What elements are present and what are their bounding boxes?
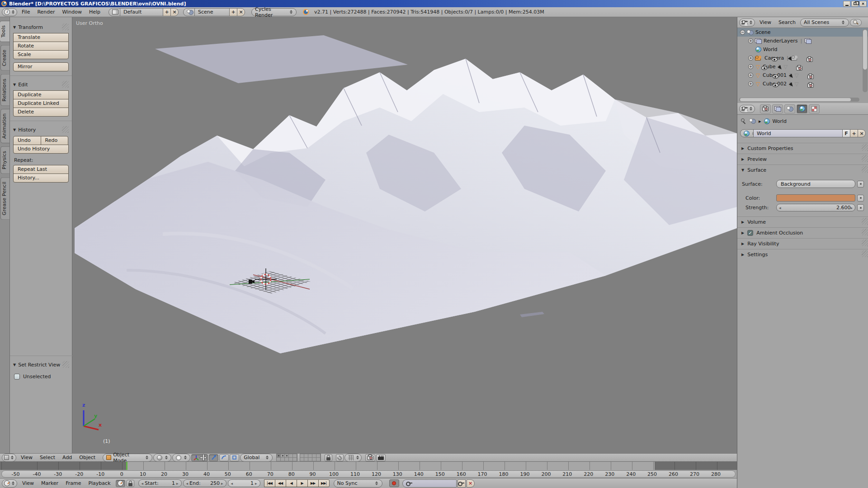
menu-item[interactable]: Object (75, 455, 99, 460)
renderability-camera-icon[interactable] (807, 75, 814, 79)
panel-drag-handle[interactable] (862, 155, 868, 162)
menu-item[interactable]: Add (59, 455, 75, 460)
delete-layout-button[interactable]: × (170, 8, 179, 16)
opengl-render-anim-button[interactable] (376, 454, 386, 461)
editor-type-button-outliner[interactable] (739, 19, 755, 27)
custom-properties-panel-header[interactable]: ▶ Custom Properties (737, 143, 868, 154)
outliner-row-renderlayers[interactable]: RenderLayers | (737, 37, 868, 45)
surface-panel-header[interactable]: ▼ Surface (737, 164, 868, 175)
lock-to-scene-toggle[interactable] (325, 454, 332, 461)
scene-name[interactable]: Scene (194, 8, 230, 16)
selectability-cursor-icon[interactable] (788, 57, 794, 62)
menu-item[interactable]: View (756, 19, 775, 25)
expand-expander-icon[interactable] (748, 64, 753, 69)
redo-button[interactable]: Redo (41, 136, 69, 145)
outliner-row-scene[interactable]: Scene (737, 28, 868, 37)
playback-button[interactable]: ▶ (297, 479, 308, 487)
keying-set-field[interactable] (402, 479, 457, 488)
tab-texture[interactable] (809, 104, 820, 113)
viewport-3d[interactable]: User Ortho z y x (1) (72, 17, 737, 453)
outliner-horizontal-scrollbar[interactable] (739, 98, 859, 102)
menu-item[interactable]: Frame (62, 480, 85, 486)
scrollbar-thumb[interactable] (863, 30, 867, 70)
pivot-select[interactable] (172, 454, 190, 462)
outliner-row-camera[interactable]: Camera | (737, 54, 868, 62)
outliner-row-cube001[interactable]: ▽ Cube.001 | ▽ (737, 71, 868, 80)
transform-tool-button[interactable]: Rotate (13, 42, 69, 51)
selectability-cursor-icon[interactable] (778, 66, 783, 71)
panel-drag-handle[interactable] (862, 229, 868, 235)
tab-grease-pencil[interactable]: Grease Pencil (0, 177, 9, 220)
current-frame-playhead[interactable] (126, 462, 127, 470)
history-dialog-button[interactable]: History... (13, 174, 69, 183)
menu-item[interactable]: Marker (38, 480, 62, 486)
auto-keyframe-record-button[interactable] (389, 479, 399, 487)
volume-panel-header[interactable]: ▶ Volume (737, 216, 868, 227)
tab-tools[interactable]: Tools (0, 21, 9, 42)
unselected-checkbox[interactable] (14, 374, 20, 380)
tab-render[interactable] (760, 104, 771, 113)
increment-icon[interactable]: ▸ (176, 481, 179, 486)
shading-select[interactable] (153, 454, 171, 462)
menu-item[interactable]: View (17, 455, 36, 460)
edit-panel-header[interactable]: ▼ Edit (13, 80, 69, 89)
screen-layout-icon-button[interactable] (108, 8, 120, 16)
edit-tool-button[interactable]: Delete (13, 108, 69, 117)
playback-button[interactable]: |◀◀ (264, 479, 275, 487)
scale-manipulator-button[interactable] (230, 454, 239, 461)
tab-physics[interactable]: Physics (0, 146, 9, 174)
playback-button[interactable]: ◀◀ (275, 479, 286, 487)
color-socket-button[interactable] (857, 195, 864, 202)
opengl-render-button[interactable] (365, 454, 375, 461)
unlink-world-button[interactable]: × (858, 129, 866, 137)
panel-drag-handle[interactable] (862, 250, 868, 257)
renderability-camera-icon[interactable] (807, 57, 813, 62)
timeline-frame-band[interactable] (0, 462, 737, 470)
transform-tool-button[interactable]: Scale (13, 50, 69, 59)
menu-item[interactable]: View (19, 480, 38, 486)
selectability-cursor-icon[interactable] (789, 83, 795, 88)
panel-drag-handle[interactable] (862, 239, 868, 246)
transform-panel-header[interactable]: ▼ Transform (13, 23, 69, 32)
set-restrict-view-header[interactable]: ▼ Set Restrict View (13, 360, 69, 369)
translate-manipulator-button[interactable] (209, 454, 218, 461)
preview-panel-header[interactable]: ▶ Preview (737, 154, 868, 164)
world-browse-button[interactable] (740, 129, 754, 137)
history-panel-header[interactable]: ▼ History (13, 125, 69, 134)
snap-element-select[interactable] (344, 454, 362, 462)
delete-keyframe-button[interactable]: × (467, 479, 475, 488)
panel-drag-handle[interactable] (62, 23, 69, 30)
playback-button[interactable]: ▶▶| (318, 479, 330, 487)
expand-expander-icon[interactable] (748, 81, 753, 86)
selectability-cursor-icon[interactable] (789, 74, 795, 80)
screen-layout-name[interactable]: Default (120, 8, 163, 16)
decrement-icon[interactable]: ◂ (231, 481, 233, 486)
end-frame-field[interactable]: ◂ End: 250 ▸ (183, 479, 226, 487)
repeat-last-button[interactable]: Repeat Last (13, 165, 69, 174)
delete-scene-button[interactable]: × (237, 8, 245, 16)
playback-button[interactable]: ◀ (286, 479, 297, 487)
visibility-eye-icon[interactable] (772, 57, 778, 61)
playback-range-toggle[interactable] (116, 480, 125, 487)
mode-select[interactable]: Object Mode (103, 454, 152, 462)
edit-tool-button[interactable]: Duplicate (13, 90, 69, 99)
orientation-select[interactable]: Global (240, 454, 273, 462)
tab-animation[interactable]: Animation (0, 109, 9, 143)
transform-tool-button[interactable]: Translate (13, 33, 69, 42)
edit-tool-button[interactable]: Duplicate Linked (13, 99, 69, 108)
snap-toggle[interactable] (336, 454, 344, 461)
editor-type-button-3dview[interactable] (2, 454, 16, 462)
scene-icon-button[interactable] (183, 8, 195, 16)
current-frame-field[interactable]: ◂ 1 ▸ (228, 479, 260, 487)
lock-time-cursor-toggle[interactable] (127, 480, 134, 487)
minimize-button[interactable] (843, 1, 850, 7)
tab-relations[interactable]: Relations (0, 74, 9, 106)
floating-plane-object[interactable] (155, 35, 408, 83)
panel-drag-handle[interactable] (862, 166, 868, 173)
layers-grid-1[interactable] (276, 454, 297, 462)
manipulator-toggle[interactable] (191, 454, 208, 461)
world-color-swatch[interactable] (776, 194, 855, 202)
decrement-icon[interactable]: ◂ (142, 481, 144, 486)
close-button[interactable]: × (859, 1, 867, 7)
tab-scene[interactable] (784, 104, 795, 113)
